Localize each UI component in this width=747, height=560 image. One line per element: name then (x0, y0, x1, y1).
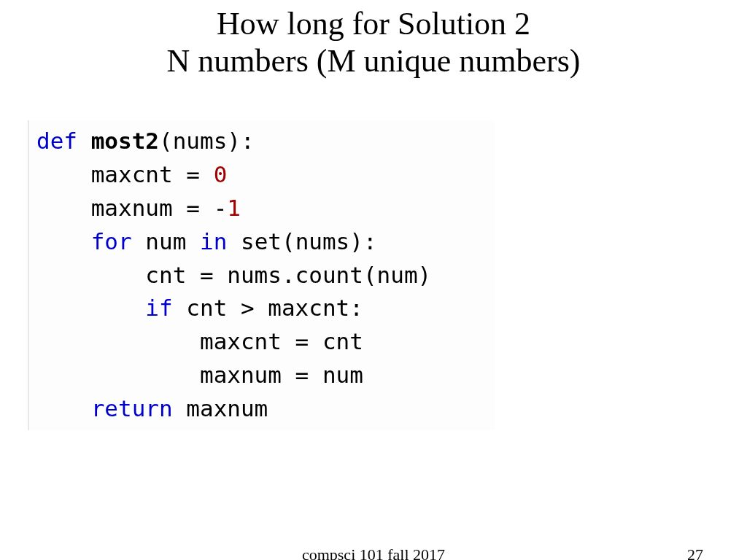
code-line-7: maxcnt = cnt (36, 328, 363, 354)
code-line-2a: maxcnt = (36, 161, 214, 187)
function-name: most2 (91, 128, 159, 154)
keyword-if: if (145, 295, 172, 321)
code-block: def most2(nums): maxcnt = 0 maxnum = -1 … (28, 120, 495, 430)
code-line-5: cnt = nums.count(num) (36, 262, 431, 288)
footer-course: compsci 101 fall 2017 (0, 545, 747, 560)
code-line-4-rest: set(nums): (227, 228, 376, 254)
function-params: (nums): (159, 128, 255, 154)
indent (36, 395, 91, 421)
footer-page-number: 27 (687, 545, 703, 560)
code-line-9-rest: maxnum (173, 395, 268, 421)
literal-zero: 0 (214, 161, 228, 187)
slide-title: How long for Solution 2 N numbers (M uni… (0, 0, 747, 79)
literal-one: 1 (227, 195, 241, 221)
code-line-4-mid: num (132, 228, 200, 254)
code-line-3a: maxnum = - (36, 195, 227, 221)
keyword-in: in (200, 228, 227, 254)
code-line-8: maxnum = num (36, 362, 363, 388)
title-line-2: N numbers (M unique numbers) (166, 43, 580, 79)
keyword-for: for (91, 228, 132, 254)
keyword-def: def (36, 128, 77, 154)
title-line-1: How long for Solution 2 (217, 6, 530, 42)
code-line-6-rest: cnt > maxcnt: (173, 295, 363, 321)
keyword-return: return (91, 395, 173, 421)
indent (36, 295, 145, 321)
indent (36, 228, 91, 254)
